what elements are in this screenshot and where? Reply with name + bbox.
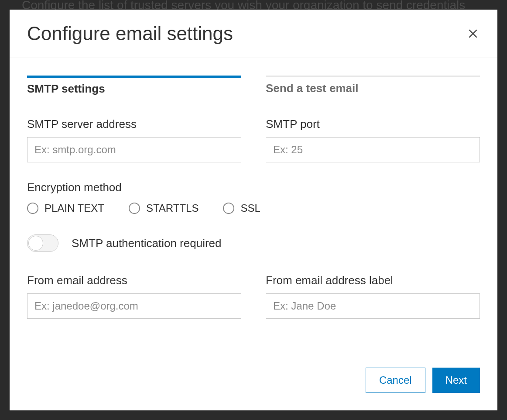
from-label-label: From email address label (266, 274, 480, 287)
radio-plain-text[interactable]: PLAIN TEXT (27, 202, 104, 214)
encryption-section: Encryption method PLAIN TEXT STARTTLS SS… (27, 181, 480, 214)
smtp-port-input[interactable] (266, 137, 480, 162)
radio-label-plain-text: PLAIN TEXT (45, 202, 104, 214)
radio-label-ssl: SSL (240, 202, 260, 214)
smtp-port-label: SMTP port (266, 117, 480, 131)
from-label-input[interactable] (266, 293, 480, 319)
smtp-server-input[interactable] (27, 137, 241, 162)
toggle-knob-icon (28, 236, 43, 251)
encryption-label: Encryption method (27, 181, 480, 194)
form-row-from: From email address From email address la… (27, 274, 480, 319)
from-email-group: From email address (27, 274, 241, 319)
from-label-group: From email address label (266, 274, 480, 319)
form-row-server-port: SMTP server address SMTP port (27, 117, 480, 162)
radio-icon (129, 203, 140, 214)
tab-list: SMTP settings Send a test email (27, 76, 480, 96)
auth-required-label: SMTP authentication required (72, 237, 222, 250)
auth-toggle-row: SMTP authentication required (27, 234, 480, 252)
radio-label-starttls: STARTTLS (146, 202, 199, 214)
next-button[interactable]: Next (432, 368, 480, 393)
smtp-server-group: SMTP server address (27, 117, 241, 162)
tab-send-test-email[interactable]: Send a test email (266, 76, 480, 96)
tab-smtp-settings[interactable]: SMTP settings (27, 76, 241, 96)
radio-starttls[interactable]: STARTTLS (129, 202, 199, 214)
from-email-input[interactable] (27, 293, 241, 319)
radio-icon (27, 203, 38, 214)
radio-icon (223, 203, 234, 214)
close-icon (467, 28, 479, 39)
modal-header: Configure email settings (10, 10, 497, 58)
smtp-server-label: SMTP server address (27, 117, 241, 131)
auth-required-toggle[interactable] (27, 234, 58, 252)
email-settings-modal: Configure email settings SMTP settings S… (10, 10, 497, 410)
close-button[interactable] (466, 27, 480, 41)
cancel-button[interactable]: Cancel (366, 368, 425, 393)
encryption-radio-group: PLAIN TEXT STARTTLS SSL (27, 202, 480, 214)
modal-title: Configure email settings (27, 23, 233, 45)
modal-footer: Cancel Next (10, 368, 497, 410)
from-email-label: From email address (27, 274, 241, 287)
smtp-port-group: SMTP port (266, 117, 480, 162)
modal-body: SMTP settings Send a test email SMTP ser… (10, 58, 497, 368)
radio-ssl[interactable]: SSL (223, 202, 260, 214)
